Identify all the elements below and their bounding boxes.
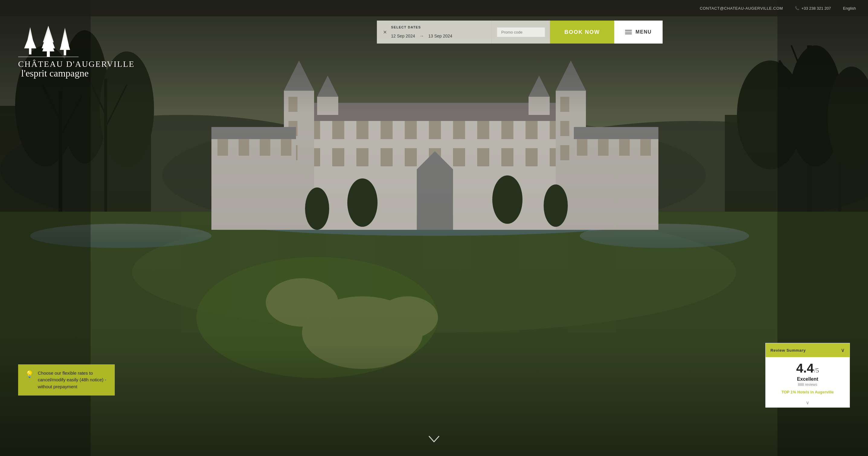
scroll-down-indicator[interactable] [428,435,440,445]
review-badge-suffix: Hotels in Augerville [796,390,834,394]
date-arrow-icon: → [419,33,424,39]
hero-section: CHÂTEAU D'AUGERVILLE l'esprit campagne ✕… [0,0,868,456]
review-score-value: 4.4 [796,361,814,375]
contact-email[interactable]: CONTACT@CHATEAU-AUGERVILLE.COM [700,6,783,10]
promo-code-section [492,21,550,44]
logo-trees [18,24,135,57]
logo-subtitle: l'esprit campagne [21,68,135,79]
language-selector[interactable]: English [843,6,856,10]
booking-bar: ✕ SELECT DATES 12 Sep 2024 → 13 Sep 2024… [377,21,663,44]
svg-rect-104 [47,51,50,57]
svg-rect-107 [64,50,66,55]
tip-box: 💡 Choose our flexible rates to cancel/mo… [18,364,115,396]
review-badge: TOP 1% Hotels in Augerville [772,390,843,394]
menu-icon [625,30,632,34]
check-out-date[interactable]: 13 Sep 2024 [428,34,452,38]
review-collapse-icon[interactable]: ∨ [841,347,845,353]
menu-button[interactable]: MENU [614,21,663,44]
contact-phone[interactable]: +33 238 321 207 [795,6,831,10]
review-badge-prefix: TOP 1% [781,390,796,394]
check-in-date[interactable]: 12 Sep 2024 [391,34,415,38]
booking-close-button[interactable]: ✕ [383,29,387,35]
svg-marker-99 [24,33,36,48]
booking-dates-row: 12 Sep 2024 → 13 Sep 2024 [391,33,453,39]
review-score-max: /5 [814,367,819,374]
review-summary-header[interactable]: Review Summary ∨ [766,343,849,357]
review-summary-title: Review Summary [770,348,806,352]
svg-rect-100 [29,48,31,54]
review-expand-icon[interactable]: ∨ [766,398,849,407]
review-quality-label: Excellent [772,376,843,382]
review-summary-widget: Review Summary ∨ 4.4/5 Excellent 888 rev… [765,343,850,408]
top-bar: CONTACT@CHATEAU-AUGERVILLE.COM +33 238 3… [0,0,868,16]
booking-label: SELECT DATES [391,25,453,29]
booking-dates-section: ✕ SELECT DATES 12 Sep 2024 → 13 Sep 2024 [377,21,492,44]
review-score-display: 4.4/5 [772,362,843,375]
review-summary-body: 4.4/5 Excellent 888 reviews TOP 1% Hotel… [766,357,849,398]
tip-text: Choose our flexible rates to cancel/modi… [38,370,107,390]
review-count: 888 reviews [772,382,843,387]
menu-label: MENU [636,29,652,35]
logo-area: CHÂTEAU D'AUGERVILLE l'esprit campagne [18,24,135,79]
svg-marker-106 [60,33,70,50]
promo-code-input[interactable] [497,27,545,37]
tip-icon: 💡 [25,370,33,378]
book-now-button[interactable]: BOOK NOW [550,21,614,44]
